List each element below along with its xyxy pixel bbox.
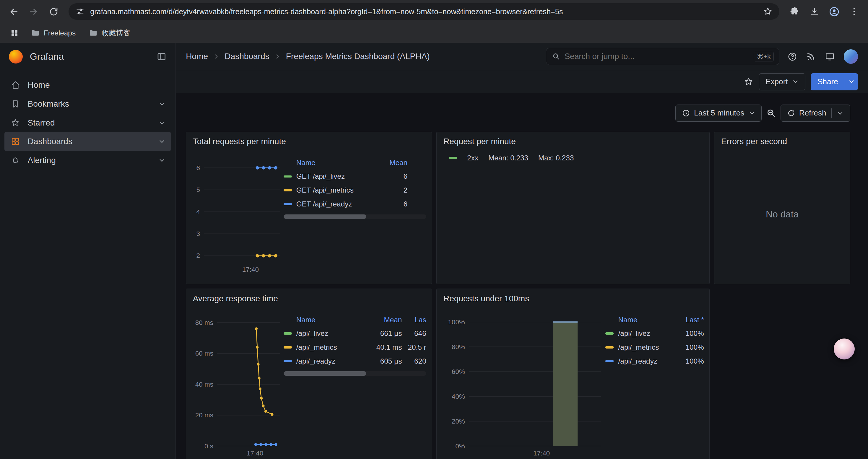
share-dropdown-icon[interactable] [845, 73, 858, 90]
bookmark-folder-freeleaps[interactable]: Freeleaps [27, 26, 80, 40]
monitor-icon[interactable] [825, 52, 835, 62]
apps-grid-icon[interactable] [6, 25, 22, 41]
bookmark-star-icon[interactable] [763, 6, 773, 17]
zoom-out-icon[interactable] [766, 104, 776, 122]
dashboard-toolbar: Export Share [176, 70, 868, 94]
legend-row[interactable]: /api/_livez 661 µs 646 [284, 327, 426, 340]
reload-icon[interactable] [44, 2, 63, 21]
divider [831, 108, 832, 118]
scrollbar-thumb[interactable] [284, 215, 366, 219]
refresh-button[interactable]: Refresh [780, 104, 850, 122]
breadcrumb: Home Dashboards Freeleaps Metrics Dashbo… [186, 52, 538, 61]
chevron-down-icon[interactable] [158, 157, 166, 164]
refresh-interval-dropdown-icon[interactable] [837, 109, 844, 117]
series-color-swatch [606, 346, 614, 348]
chevron-down-icon[interactable] [158, 100, 166, 108]
legend-row[interactable]: GET /api/_readyz 6 [284, 197, 426, 211]
search-icon [552, 52, 560, 61]
legend-row[interactable]: GET /api/_metrics 2 [284, 184, 426, 197]
sidebar-item-alerting[interactable]: Alerting [4, 151, 172, 170]
legend-row[interactable]: /api/_metrics 40.1 ms 20.5 r [284, 340, 426, 355]
user-avatar[interactable] [844, 49, 858, 64]
site-controls-icon[interactable] [75, 7, 85, 16]
legend-header-last[interactable]: Last * [673, 316, 704, 324]
profile-icon[interactable] [825, 2, 844, 21]
panel-title[interactable]: Requests under 100ms [437, 289, 709, 308]
sidebar-item-starred[interactable]: Starred [4, 113, 172, 132]
series-color-swatch [449, 157, 457, 159]
grafana-logo[interactable] [9, 50, 23, 64]
url-bar[interactable]: grafana.mathmast.com/d/deytv4rwavabkb/fr… [68, 3, 779, 20]
requests-under-100ms-chart[interactable]: 100%80%60%40%20%0%17:40 [442, 308, 606, 459]
legend-header-name[interactable]: Name [296, 159, 382, 167]
search-box[interactable]: ⌘+k [546, 48, 779, 65]
refresh-label: Refresh [799, 108, 826, 118]
bookmarks-bar: Freeleaps 收藏博客 [0, 23, 868, 43]
series-mean: 6 [382, 172, 407, 181]
sidebar-item-label: Alerting [28, 156, 152, 165]
legend-row[interactable]: /api/_metrics 100% [606, 340, 704, 355]
series-mean: 40.1 ms [371, 343, 402, 352]
legend-header-mean[interactable]: Mean [371, 316, 402, 324]
svg-text:40%: 40% [452, 393, 465, 400]
bookmark-folder-blogs[interactable]: 收藏博客 [85, 26, 135, 40]
bookmark-label: 收藏博客 [102, 28, 130, 38]
breadcrumb-dashboards[interactable]: Dashboards [224, 52, 269, 61]
favorite-star-icon[interactable] [744, 77, 754, 87]
forward-icon[interactable] [24, 2, 43, 21]
legend-header-last[interactable]: Las [402, 316, 426, 324]
avg-response-time-chart[interactable]: 80 ms60 ms40 ms20 ms0 s17:40 [192, 308, 284, 459]
bookmark-icon [10, 99, 21, 109]
breadcrumb-current: Freeleaps Metrics Dashboard (ALPHA) [286, 52, 430, 61]
help-icon[interactable] [787, 52, 797, 62]
extensions-icon[interactable] [785, 2, 804, 21]
series-color-swatch [284, 175, 292, 177]
news-rss-icon[interactable] [806, 52, 816, 62]
svg-text:4: 4 [196, 208, 200, 216]
downloads-icon[interactable] [805, 2, 824, 21]
sidebar-toggle-icon[interactable] [156, 52, 167, 62]
legend-header-mean[interactable]: Mean [382, 159, 407, 167]
brand-name: Grafana [30, 51, 149, 62]
panel-title[interactable]: Errors per second [714, 132, 850, 151]
floating-avatar[interactable] [834, 338, 855, 359]
svg-text:60%: 60% [452, 368, 465, 375]
legend-row[interactable]: GET /api/_livez 6 [284, 169, 426, 184]
share-button[interactable]: Share [811, 73, 845, 90]
star-icon [10, 118, 21, 128]
legend-header-name[interactable]: Name [296, 316, 371, 324]
legend-row[interactable]: /api/_livez 100% [606, 327, 704, 340]
screen: grafana.mathmast.com/d/deytv4rwavabkb/fr… [0, 0, 868, 459]
legend-row[interactable]: /api/_readyz 605 µs 620 [284, 354, 426, 368]
menu-kebab-icon[interactable] [845, 2, 864, 21]
url-text[interactable]: grafana.mathmast.com/d/deytv4rwavabkb/fr… [90, 7, 757, 16]
series-mean: 661 µs [371, 329, 402, 338]
legend-inline[interactable]: 2xx Mean: 0.233 Max: 0.233 [442, 151, 704, 165]
total-requests-chart[interactable]: 6543217:40 [192, 151, 284, 278]
sidebar-item-label: Bookmarks [28, 99, 152, 109]
breadcrumb-home[interactable]: Home [186, 52, 208, 61]
legend-header-name[interactable]: Name [618, 316, 673, 324]
back-icon[interactable] [4, 2, 23, 21]
svg-text:17:40: 17:40 [242, 266, 259, 273]
panel-title[interactable]: Request per minute [437, 132, 709, 151]
panel-title[interactable]: Total requests per minute [186, 132, 432, 151]
export-button[interactable]: Export [759, 73, 805, 90]
search-shortcut: ⌘+k [754, 52, 774, 61]
sidebar-item-home[interactable]: Home [4, 76, 172, 95]
svg-text:3: 3 [196, 230, 200, 237]
legend-scrollbar[interactable] [284, 215, 426, 219]
search-input[interactable] [565, 52, 749, 61]
panel-title[interactable]: Average response time [186, 289, 432, 308]
chevron-down-icon[interactable] [158, 138, 166, 145]
scrollbar-thumb[interactable] [284, 371, 366, 376]
svg-text:0 s: 0 s [205, 442, 213, 450]
svg-text:20%: 20% [452, 418, 465, 425]
sidebar-item-bookmarks[interactable]: Bookmarks [4, 95, 172, 113]
legend-scrollbar[interactable] [284, 371, 426, 376]
legend-row[interactable]: /api/_readyz 100% [606, 354, 704, 368]
sidebar-item-dashboards[interactable]: Dashboards [4, 132, 172, 151]
chevron-down-icon[interactable] [158, 119, 166, 127]
time-range-picker[interactable]: Last 5 minutes [675, 104, 762, 122]
svg-text:0%: 0% [455, 442, 465, 450]
